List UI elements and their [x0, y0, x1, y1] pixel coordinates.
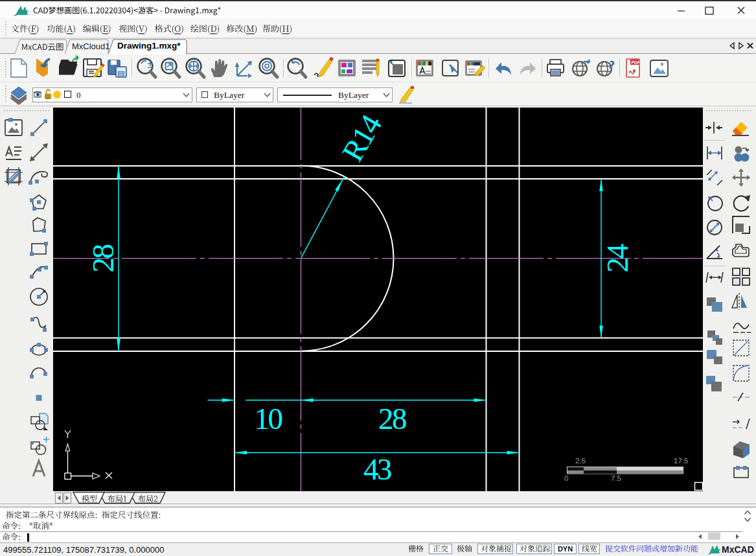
svg-text:24: 24: [601, 244, 634, 273]
svg-text:R14: R14: [336, 109, 388, 167]
svg-text:43: 43: [363, 452, 391, 486]
svg-text:28: 28: [86, 245, 120, 273]
svg-text:PDF: PDF: [632, 60, 640, 65]
svg-text:28: 28: [378, 402, 406, 435]
svg-text:10: 10: [255, 402, 282, 435]
